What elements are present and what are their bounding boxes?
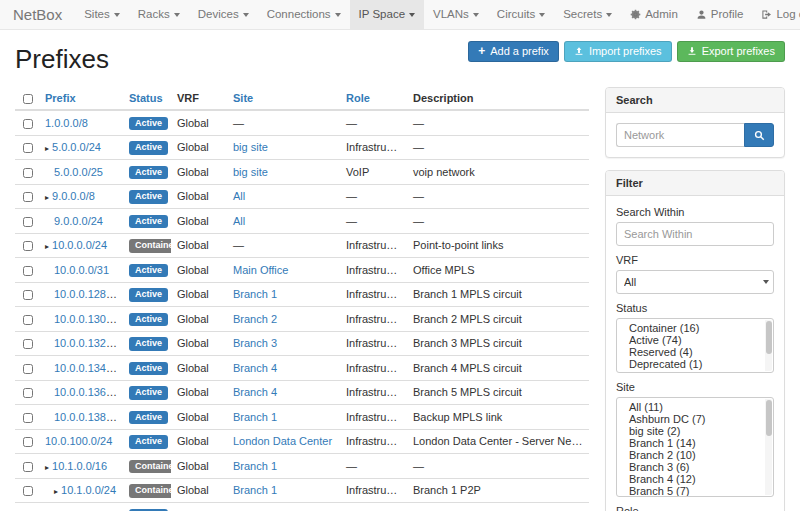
listbox-option[interactable]: Container (16): [617, 322, 773, 334]
row-checkbox[interactable]: [23, 241, 33, 251]
listbox-option[interactable]: big site (2): [617, 425, 773, 437]
prefix-link[interactable]: 10.0.0.0/31: [54, 264, 109, 276]
row-checkbox[interactable]: [23, 168, 33, 178]
site-cell: Branch 1: [227, 503, 340, 511]
prefix-link[interactable]: 10.0.0.134/31: [54, 362, 121, 374]
nav-item-devices[interactable]: Devices: [189, 0, 258, 29]
status-badge: Active: [129, 215, 168, 229]
listbox-option[interactable]: Deprecated (1): [617, 358, 773, 370]
search-button[interactable]: [744, 123, 774, 147]
row-checkbox[interactable]: [23, 413, 33, 423]
status-listbox[interactable]: Container (16)Active (74)Reserved (4)Dep…: [616, 318, 774, 373]
row-checkbox[interactable]: [23, 315, 33, 325]
scrollbar[interactable]: [765, 320, 772, 371]
prefix-link[interactable]: 9.0.0.0/24: [54, 215, 103, 227]
prefix-link[interactable]: 5.0.0.0/24: [52, 141, 101, 153]
table-header-row: PrefixStatusVRFSiteRoleDescription: [15, 87, 589, 110]
row-checkbox[interactable]: [23, 143, 33, 153]
prefix-link[interactable]: 10.0.0.132/31: [54, 337, 121, 349]
site-link[interactable]: Branch 1: [233, 288, 277, 300]
expand-caret-icon: ▸: [45, 144, 49, 153]
prefix-link[interactable]: 10.0.0.136/31: [54, 386, 121, 398]
nav-item-connections[interactable]: Connections: [258, 0, 350, 29]
row-checkbox[interactable]: [23, 119, 33, 129]
prefix-link[interactable]: 10.0.0.130/31: [54, 313, 121, 325]
listbox-option[interactable]: Branch 5 (7): [617, 485, 773, 497]
site-link[interactable]: big site: [233, 141, 268, 153]
row-checkbox[interactable]: [23, 437, 33, 447]
listbox-option[interactable]: Branch 1 (14): [617, 437, 773, 449]
site-cell: Branch 4: [227, 356, 340, 381]
site-link[interactable]: Main Office: [233, 264, 288, 276]
row-checkbox[interactable]: [23, 388, 33, 398]
site-listbox[interactable]: All (11)Ashburn DC (7)big site (2)Branch…: [616, 397, 774, 497]
sort-link-prefix[interactable]: Prefix: [45, 92, 76, 104]
role-cell: —: [340, 184, 407, 209]
prefix-link[interactable]: 1.0.0.0/8: [45, 117, 88, 129]
prefix-link[interactable]: 10.1.0.0/16: [52, 460, 107, 472]
site-link[interactable]: big site: [233, 166, 268, 178]
site-cell: Branch 2: [227, 307, 340, 332]
prefix-link[interactable]: 10.1.0.0/24: [61, 484, 116, 496]
row-checkbox[interactable]: [23, 364, 33, 374]
site-cell: big site: [227, 160, 340, 185]
vrf-select[interactable]: All: [616, 270, 774, 294]
export-prefixes-button[interactable]: Export prefixes: [677, 41, 785, 62]
nav-item-circuits[interactable]: Circuits: [488, 0, 554, 29]
search-input[interactable]: [616, 123, 744, 147]
listbox-option[interactable]: Ashburn DC (7): [617, 413, 773, 425]
site-link[interactable]: All: [233, 190, 245, 202]
listbox-option[interactable]: Active (74): [617, 334, 773, 346]
listbox-option[interactable]: Reserved (4): [617, 346, 773, 358]
nav-item-vlans[interactable]: VLANs: [424, 0, 488, 29]
sort-link-status[interactable]: Status: [129, 92, 163, 104]
scrollbar[interactable]: [765, 399, 772, 495]
nav-item-sites[interactable]: Sites: [75, 0, 129, 29]
row-checkbox[interactable]: [23, 266, 33, 276]
prefix-link[interactable]: 10.0.0.138/31: [54, 411, 121, 423]
site-link[interactable]: Branch 2: [233, 313, 277, 325]
site-link[interactable]: Branch 4: [233, 386, 277, 398]
table-row: 5.0.0.0/25ActiveGlobalbig siteVoIPvoip n…: [15, 160, 589, 185]
sort-link-site[interactable]: Site: [233, 92, 253, 104]
prefix-link[interactable]: 5.0.0.0/25: [54, 166, 103, 178]
sort-link-role[interactable]: Role: [346, 92, 370, 104]
prefix-link[interactable]: 10.0.0.128/31: [54, 288, 121, 300]
nav-item-profile[interactable]: Profile: [687, 0, 753, 29]
search-within-input[interactable]: [616, 222, 774, 246]
listbox-option[interactable]: Branch 3 (6): [617, 461, 773, 473]
site-link[interactable]: Branch 1: [233, 460, 277, 472]
listbox-option[interactable]: Branch 2 (10): [617, 449, 773, 461]
site-link[interactable]: All: [233, 215, 245, 227]
add-a-prefix-button[interactable]: +Add a prefix: [468, 41, 559, 62]
row-checkbox[interactable]: [23, 290, 33, 300]
row-checkbox[interactable]: [23, 462, 33, 472]
row-checkbox[interactable]: [23, 192, 33, 202]
nav-item-admin[interactable]: Admin: [621, 0, 687, 29]
row-checkbox[interactable]: [23, 486, 33, 496]
table-row: 10.0.100.0/24ActiveGlobalLondon Data Cen…: [15, 429, 589, 454]
prefix-link[interactable]: 10.0.100.0/24: [45, 435, 112, 447]
import-prefixes-button[interactable]: Import prefixes: [564, 41, 672, 62]
nav-item-secrets[interactable]: Secrets: [554, 0, 621, 29]
listbox-option[interactable]: Branch 4 (12): [617, 473, 773, 485]
row-checkbox[interactable]: [23, 339, 33, 349]
nav-item-log-out[interactable]: Log out: [752, 0, 800, 29]
listbox-option[interactable]: All (11): [617, 401, 773, 413]
site-link[interactable]: London Data Center: [233, 435, 332, 447]
site-link[interactable]: Branch 4: [233, 362, 277, 374]
site-link[interactable]: Branch 3: [233, 337, 277, 349]
navbar-brand[interactable]: NetBox: [0, 0, 75, 29]
role-cell: Infrastructure: [340, 356, 407, 381]
description-cell: —: [407, 454, 589, 479]
table-row: 10.0.0.134/31ActiveGlobalBranch 4Infrast…: [15, 356, 589, 381]
row-checkbox[interactable]: [23, 217, 33, 227]
table-row: 10.0.0.0/31ActiveGlobalMain OfficeInfras…: [15, 258, 589, 283]
nav-item-racks[interactable]: Racks: [129, 0, 189, 29]
prefix-link[interactable]: 10.0.0.0/24: [52, 239, 107, 251]
site-link[interactable]: Branch 1: [233, 484, 277, 496]
nav-item-ip-space[interactable]: IP Space: [350, 0, 424, 29]
site-link[interactable]: Branch 1: [233, 411, 277, 423]
prefix-link[interactable]: 9.0.0.0/8: [52, 190, 95, 202]
select-all-checkbox[interactable]: [23, 94, 33, 104]
